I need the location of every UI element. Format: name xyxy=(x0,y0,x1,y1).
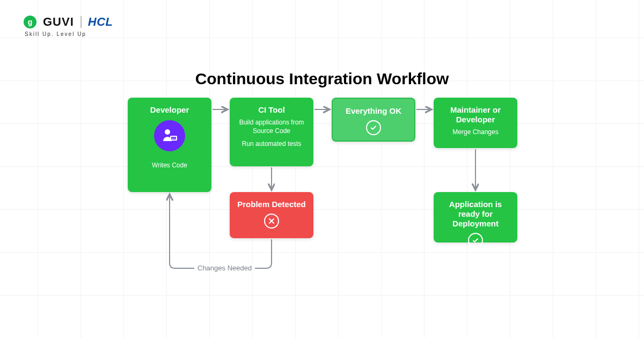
diagram-canvas: Developer </> Writes Code CI Tool Build … xyxy=(0,0,644,338)
feedback-label: Changes Needed xyxy=(194,264,255,272)
arrows-layer xyxy=(0,0,644,338)
arrow-feedback-loop xyxy=(170,194,272,268)
